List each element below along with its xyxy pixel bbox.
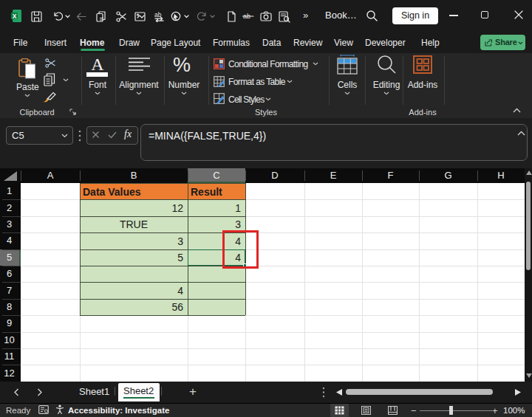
svg-text:X: X: [13, 13, 17, 20]
